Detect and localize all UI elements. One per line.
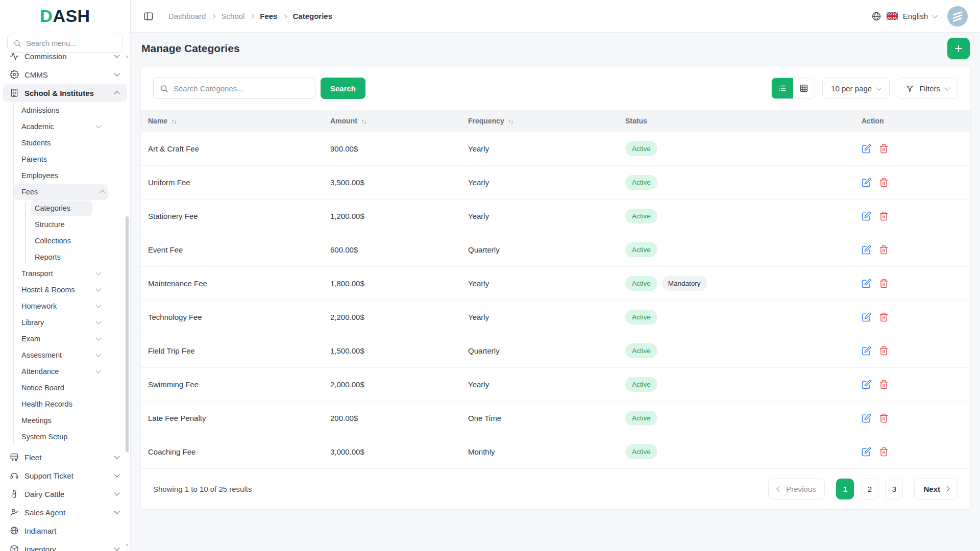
sidebar-item-fees-reports[interactable]: Reports (0, 249, 130, 265)
edit-button[interactable] (862, 380, 871, 389)
sidebar-item-cmms[interactable]: CMMS (3, 65, 127, 84)
sidebar-item-fleet[interactable]: Fleet (3, 448, 127, 466)
sidebar-search-input[interactable] (26, 39, 121, 47)
breadcrumb-school[interactable]: School (221, 12, 244, 20)
list-view-button[interactable] (772, 78, 793, 98)
delete-button[interactable] (879, 279, 889, 288)
sidebar-item-attendance[interactable]: Attendance (0, 363, 130, 380)
edit-button[interactable] (862, 346, 871, 356)
sidebar-item-academic[interactable]: Academic (0, 118, 130, 135)
sidebar-item-admissions[interactable]: Admissions (0, 102, 130, 118)
sidebar-scrollbar[interactable] (126, 216, 129, 452)
column-header-frequency[interactable]: Frequency↑↓ (461, 110, 618, 132)
sidebar-item-support-ticket[interactable]: Support Ticket (3, 466, 127, 485)
breadcrumb-categories[interactable]: Categories (292, 12, 332, 20)
sidebar-item-students[interactable]: Students (0, 135, 130, 151)
sidebar-item-fees-categories[interactable]: Categories (31, 201, 92, 216)
delete-button[interactable] (879, 447, 889, 457)
categories-search-input[interactable] (174, 84, 309, 93)
cell-amount: 2,200.00$ (323, 300, 461, 334)
delete-button[interactable] (879, 346, 889, 356)
sidebar-item-system-setup[interactable]: System Setup (0, 429, 130, 445)
sidebar-item-assessment[interactable]: Assessment (0, 347, 130, 363)
sidebar-item-inventory[interactable]: Inventory (3, 540, 127, 551)
status-badge: Active (625, 343, 657, 358)
delete-button[interactable] (879, 380, 889, 389)
mandatory-badge: Mandatory (662, 276, 707, 291)
sidebar-item-indiamart[interactable]: Indiamart (3, 521, 127, 540)
chevron-down-icon (95, 302, 101, 308)
page-button-2[interactable]: 2 (861, 479, 878, 499)
edit-button[interactable] (862, 279, 871, 288)
chevron-down-icon (95, 122, 101, 128)
delete-button[interactable] (879, 211, 889, 221)
sidebar-item-label: Sales Agent (24, 508, 65, 517)
column-header-name[interactable]: Name↑↓ (141, 110, 323, 132)
edit-button[interactable] (862, 178, 871, 187)
page-button-3[interactable]: 3 (885, 479, 903, 499)
filters-button[interactable]: Filters (897, 78, 958, 99)
sort-icon[interactable]: ↑↓ (508, 118, 513, 125)
cell-frequency: Yearly (461, 367, 618, 401)
sidebar-item-library[interactable]: Library (0, 314, 130, 331)
scrollbar-down-arrow[interactable]: ▼ (125, 543, 129, 547)
cell-amount: 1,800.00$ (323, 266, 461, 300)
language-label[interactable]: English (903, 12, 928, 20)
breadcrumb-fees[interactable]: Fees (260, 12, 277, 20)
edit-button[interactable] (862, 447, 871, 457)
column-header-amount[interactable]: Amount↑↓ (323, 110, 461, 132)
globe-icon[interactable] (871, 11, 881, 21)
sidebar-item-hostel-rooms[interactable]: Hostel & Rooms (0, 282, 130, 298)
delete-button[interactable] (879, 413, 889, 423)
sort-icon[interactable]: ↑↓ (171, 118, 177, 125)
previous-page-button[interactable]: Previous (768, 479, 825, 499)
chevron-down-icon (114, 453, 119, 459)
sidebar-item-health-records[interactable]: Health Records (0, 396, 130, 412)
per-page-select[interactable]: 10 per page (822, 78, 890, 99)
add-category-button[interactable] (947, 38, 970, 59)
sidebar-item-dairy-cattle[interactable]: Dairy Cattle (3, 485, 127, 503)
avatar[interactable] (947, 6, 968, 27)
sidebar-nav: Commission CMMS School & Institutes Admi… (0, 53, 130, 551)
logo-letter-d: D (40, 6, 53, 26)
edit-button[interactable] (862, 245, 871, 255)
sidebar-item-school-institutes[interactable]: School & Institutes (3, 84, 127, 102)
sidebar-item-transport[interactable]: Transport (0, 265, 130, 282)
edit-button[interactable] (862, 144, 871, 154)
edit-button[interactable] (862, 211, 871, 221)
sidebar-item-label: Commission (24, 53, 67, 61)
sidebar-item-fees-collections[interactable]: Collections (0, 233, 130, 249)
sidebar-item-meetings[interactable]: Meetings (0, 412, 130, 429)
sidebar-item-commission[interactable]: Commission (3, 53, 127, 65)
column-header-action: Action (841, 110, 970, 132)
status-badge: Active (625, 377, 657, 392)
chevron-down-icon[interactable] (932, 12, 938, 18)
cell-frequency: Yearly (461, 266, 618, 300)
edit-button[interactable] (862, 413, 871, 423)
delete-button[interactable] (879, 144, 889, 154)
delete-button[interactable] (879, 178, 889, 187)
grid-view-button[interactable] (793, 78, 815, 98)
search-button[interactable]: Search (321, 78, 365, 99)
sidebar-item-employees[interactable]: Employees (0, 167, 130, 184)
sidebar-item-notice-board[interactable]: Notice Board (0, 380, 130, 396)
delete-button[interactable] (879, 312, 889, 322)
sidebar-item-fees-structure[interactable]: Structure (0, 216, 130, 233)
edit-button[interactable] (862, 312, 871, 322)
sort-icon[interactable]: ↑↓ (361, 118, 366, 125)
sidebar-item-sales-agent[interactable]: Sales Agent (3, 503, 127, 521)
scrollbar-up-arrow[interactable]: ▲ (125, 55, 129, 59)
next-page-button[interactable]: Next (914, 479, 958, 499)
page-button-1[interactable]: 1 (836, 479, 854, 499)
table-row: Art & Craft Fee 900.00$ Yearly Active (141, 132, 970, 165)
sidebar-item-fees[interactable]: Fees (14, 184, 108, 200)
sidebar-item-parents[interactable]: Parents (0, 151, 130, 167)
sidebar-toggle-button[interactable] (143, 11, 154, 21)
sidebar-item-exam[interactable]: Exam (0, 331, 130, 347)
table-row: Maintenance Fee 1,800.00$ Yearly ActiveM… (141, 266, 970, 300)
headset-icon (10, 471, 19, 480)
delete-button[interactable] (879, 245, 889, 255)
breadcrumb-dashboard[interactable]: Dashboard (168, 12, 206, 20)
fees-submenu: Categories Structure Collections Reports (0, 201, 130, 265)
sidebar-item-homework[interactable]: Homework (0, 298, 130, 314)
